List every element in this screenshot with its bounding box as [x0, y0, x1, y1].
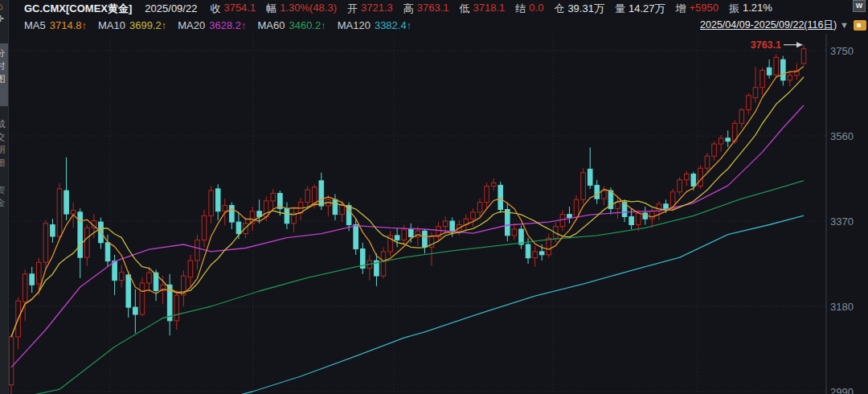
tool-icon[interactable] — [854, 20, 866, 31]
app-window: { "header": { "ticker": "GC.CMX[COMEX黄金]… — [0, 0, 868, 394]
ma-legend-item: MA1203382.4↑ — [338, 19, 411, 31]
candles — [9, 45, 806, 394]
ma-legend-item: MA203628.2↑ — [178, 19, 246, 31]
y-axis-tick: 2990 — [830, 386, 854, 394]
svg-text:3763.1: 3763.1 — [751, 39, 781, 51]
quote-field: 高3763.1 — [403, 2, 449, 16]
quote-field: 幅1.30%(48.3) — [266, 2, 337, 16]
quote-field: 振1.21% — [729, 2, 772, 16]
left-toolbar-item[interactable]: 资金 — [0, 183, 7, 209]
y-axis-tick: 3560 — [830, 130, 854, 142]
quote-field: 低3718.1 — [460, 2, 506, 16]
date-range-link[interactable]: 2025/04/09-2025/09/22(116日) — [700, 18, 837, 32]
ma-line-ma20 — [11, 105, 804, 367]
y-axis-tick: 3370 — [830, 215, 854, 228]
ma-legend-items: MA53714.8↑MA103699.2↑MA203628.2↑MA603460… — [24, 19, 423, 31]
candlestick-chart[interactable]: 375035603370318029903763.1 — [0, 0, 868, 394]
y-axis-tick: 3750 — [830, 45, 854, 57]
quote-field: 收3754.1 — [210, 2, 256, 16]
quote-bar: GC.CMX[COMEX黄金] 2025/09/22 收3754.1幅1.30%… — [0, 0, 868, 17]
ma-legend-item: MA53714.8↑ — [24, 19, 87, 31]
ma-legend-bar: MA53714.8↑MA103699.2↑MA203628.2↑MA603460… — [0, 17, 868, 33]
home-icon[interactable]: ⌂ — [0, 0, 3, 12]
w-badge-icon[interactable]: W — [853, 0, 866, 12]
chevron-down-icon[interactable]: ▼ — [840, 20, 849, 30]
y-axis-tick: 3180 — [830, 301, 854, 313]
quote-fields: 收3754.1幅1.30%(48.3)开3721.3高3763.1低3718.1… — [210, 2, 782, 16]
quote-date: 2025/09/22 — [145, 2, 197, 14]
quote-field: 结0.0 — [515, 2, 543, 16]
grid — [8, 34, 826, 394]
quote-field: 量14.27万 — [615, 2, 665, 16]
quote-field: 开3721.3 — [347, 2, 393, 16]
ma-legend-item: MA603460.2↑ — [257, 19, 326, 31]
range-selector: 2025/04/09-2025/09/22(116日) ▼ — [700, 18, 868, 32]
quote-field: 仓39.31万 — [554, 2, 604, 16]
ma-legend-item: MA103699.2↑ — [98, 19, 166, 31]
left-toolbar-item[interactable]: 成交明细 — [0, 117, 7, 169]
ticker-symbol[interactable]: GC.CMX[COMEX黄金] — [24, 2, 132, 16]
quote-field: 增+5950 — [675, 2, 719, 16]
crosshair-icon[interactable]: ✛ — [0, 14, 4, 24]
left-toolbar-item[interactable]: 分时图 — [0, 47, 7, 85]
y-axis: 37503560337031802990 — [826, 34, 854, 394]
last-price-annotation: 3763.1 — [751, 39, 803, 51]
left-toolbar[interactable]: ⌂ ✛ 分时图 成交明细 资金 — [0, 0, 9, 394]
